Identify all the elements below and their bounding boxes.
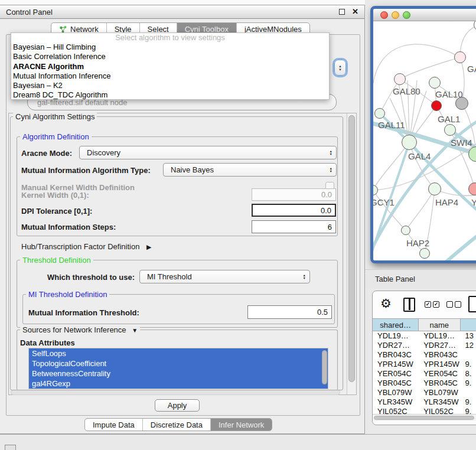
which-threshold-combo[interactable]: MI Threshold ▲▼	[139, 270, 310, 283]
settings-vertical-scrollbar[interactable]	[347, 113, 356, 394]
data-attributes-list[interactable]: SelfLoopsTopologicalCoefficientBetweenne…	[28, 348, 328, 389]
tab-label: Infer Network	[219, 420, 264, 429]
table-cell: YLR345W	[373, 397, 419, 407]
attribute-option[interactable]: BetweennessCentrality	[29, 369, 328, 379]
node-label: GAL80	[393, 86, 420, 96]
algorithm-combo-stepper[interactable]: ▲ ▼	[334, 60, 346, 76]
table-panel-title: Table Panel	[375, 275, 415, 283]
dpi-tolerance-label: DPI Tolerance [0,1]:	[21, 207, 92, 216]
node-label: GAL4	[408, 151, 431, 161]
column-header[interactable]: name	[419, 319, 460, 331]
algorithm-option[interactable]: ARACNE Algorithm	[11, 62, 329, 71]
table-row[interactable]: YPR145WYPR145W9.	[373, 360, 476, 369]
attribute-option[interactable]: gal4RGexp	[29, 379, 328, 389]
table-cell: YBR045C	[373, 379, 419, 388]
table-row[interactable]: YBR043CYBR043C	[373, 350, 476, 360]
mi-threshold-field[interactable]: 0.5	[247, 305, 332, 319]
tab-impute-data[interactable]: Impute Data	[85, 419, 143, 431]
network-view-window[interactable]: GALGAL80GAL10GAL1GAL11SWI4GAL4GCY1HAP4YH…	[370, 6, 476, 263]
table-panel-titlebar: Table Panel	[365, 269, 476, 288]
table-cell: YDR27…	[419, 341, 460, 350]
settings-horizontal-scrollbar[interactable]	[11, 390, 340, 395]
minimize-traffic-light[interactable]	[392, 11, 399, 19]
network-node-gal4[interactable]	[402, 135, 417, 150]
table-cell: 12	[460, 341, 476, 350]
column-header[interactable]	[461, 319, 476, 331]
hub-definition-expander[interactable]: Hub/Transcription Factor Definition ▶	[21, 242, 151, 251]
network-node-swi4[interactable]	[444, 124, 456, 136]
node-label: GAL1	[438, 114, 460, 124]
apply-button[interactable]: Apply	[155, 399, 200, 412]
tab-discretize-data[interactable]: Discretize Data	[143, 419, 211, 431]
table-row[interactable]: YLR345WYLR345W9.	[373, 397, 476, 407]
network-window-titlebar	[373, 9, 476, 21]
algorithm-option[interactable]: Bayesian – Hill Climbing	[11, 43, 329, 52]
deselect-all-checks-icon[interactable]	[446, 301, 461, 308]
kernel-width-label: Kernel Width (0,1):	[21, 191, 89, 200]
network-node-gal80[interactable]	[394, 73, 406, 85]
mi-type-combo[interactable]: Naive Bayes ▲▼	[163, 163, 337, 177]
table-cell: 13	[460, 331, 476, 341]
bottom-left-button[interactable]	[5, 445, 16, 450]
close-traffic-light[interactable]	[380, 11, 388, 19]
aracne-mode-combo[interactable]: Discovery ▲▼	[79, 146, 337, 159]
tab-infer-network[interactable]: Infer Network	[211, 419, 272, 431]
document-icon[interactable]	[468, 296, 476, 312]
table-row[interactable]: YER054CYER054C8.	[373, 369, 476, 379]
network-node-hap2[interactable]	[401, 226, 410, 235]
algorithm-option[interactable]: Basic Correlation Inference	[11, 52, 329, 61]
select-all-checks-icon[interactable]: ✓✓	[425, 301, 439, 308]
attribute-option[interactable]: TopologicalCoefficient	[29, 358, 328, 369]
screenshot-root: Control Panel ✕ NetworkStyleSelectCyni T…	[0, 0, 476, 450]
mi-steps-field[interactable]: 6	[252, 220, 336, 233]
sources-expander[interactable]: Sources for Network Inference ▼	[20, 325, 140, 334]
tab-label: Impute Data	[93, 420, 135, 429]
attribute-option[interactable]: SelfLoops	[29, 348, 328, 358]
network-node-gal[interactable]	[454, 51, 466, 63]
table-row[interactable]: YDR27…YDR27…12	[373, 341, 476, 350]
table-cell: YIL052C	[419, 407, 460, 414]
table-cell: YLR345W	[419, 397, 460, 407]
table-row[interactable]: YBL079WYBL079W	[373, 388, 476, 397]
attributes-scrollbar-thumb[interactable]	[322, 350, 327, 384]
node-label: GCY1	[373, 197, 395, 207]
split-columns-icon[interactable]	[403, 298, 415, 312]
scrollbar-thumb[interactable]	[374, 416, 474, 420]
dpi-tolerance-field[interactable]: 0.0	[252, 204, 336, 217]
table-horizontal-scrollbar[interactable]	[373, 414, 476, 421]
aracne-mode-value: Discovery	[87, 148, 120, 157]
algorithm-option[interactable]: Bayesian – K2	[11, 81, 329, 90]
column-header[interactable]: shared…	[373, 319, 419, 331]
table-row[interactable]: YDL19…YDL19…13	[373, 331, 476, 341]
close-icon[interactable]: ✕	[352, 9, 358, 15]
expand-right-icon: ▶	[146, 243, 151, 250]
network-node[interactable]	[419, 248, 430, 259]
network-node-gal1[interactable]	[431, 100, 442, 111]
node-label: GAL11	[378, 120, 405, 130]
network-node[interactable]	[455, 97, 468, 110]
mi-threshold-label: Mutual Information Threshold:	[28, 308, 139, 317]
network-node-hap4[interactable]	[428, 182, 441, 195]
stepper-icon: ▲▼	[303, 274, 306, 280]
hub-definition-label: Hub/Transcription Factor Definition	[21, 242, 139, 251]
table-cell	[460, 350, 476, 360]
network-node-gal11[interactable]	[374, 108, 385, 119]
data-attributes-label: Data Attributes	[20, 338, 75, 347]
network-canvas[interactable]: GALGAL80GAL10GAL1GAL11SWI4GAL4GCY1HAP4YH…	[373, 21, 476, 263]
algorithm-option[interactable]: Dream8 DC_TDC Algorithm	[11, 90, 329, 100]
table-row[interactable]: YBR045CYBR045C9.	[373, 379, 476, 388]
zoom-traffic-light[interactable]	[403, 11, 410, 19]
table-toolbar: ⚙ ✓✓	[373, 291, 476, 318]
scrollbar-thumb[interactable]	[348, 115, 355, 382]
node-label: HAP4	[435, 197, 458, 207]
algorithm-dropdown-list: Bayesian – Hill ClimbingBasic Correlatio…	[11, 43, 329, 100]
gear-icon[interactable]: ⚙	[380, 296, 392, 311]
which-threshold-label: Which threshold to use:	[47, 273, 135, 282]
sources-title: Sources for Network Inference	[22, 325, 126, 334]
threshold-definition-title: Threshold Definition	[20, 256, 93, 265]
float-button[interactable]	[339, 9, 345, 15]
kernel-width-field[interactable]: 0.0	[252, 188, 336, 201]
algorithm-option[interactable]: Mutual Information Inference	[11, 71, 329, 81]
network-node-gal10[interactable]	[429, 77, 441, 89]
table-row[interactable]: YIL052CYIL052C9.	[373, 407, 476, 414]
